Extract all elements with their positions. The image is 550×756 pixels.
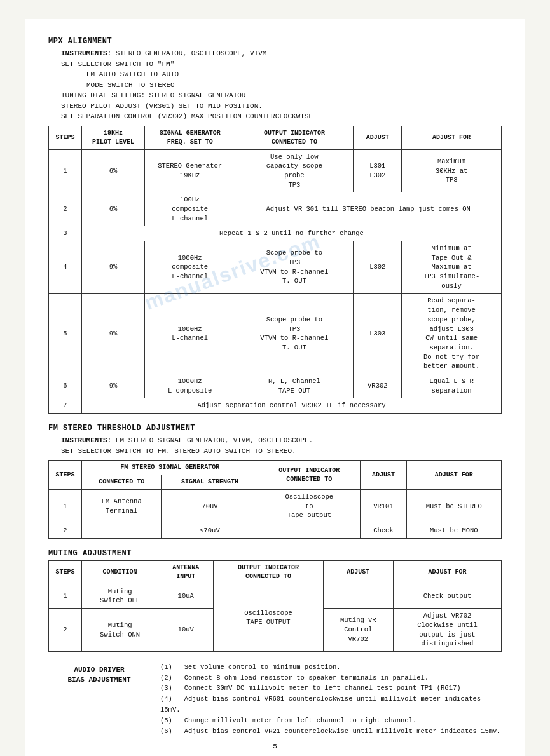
fm-subheader-strength: SIGNAL STRENGTH [162, 475, 258, 490]
muting-header-condition: CONDITION [82, 560, 158, 584]
muting-section: MUTING ADJUSTMENT STEPS CONDITION ANTENN… [48, 549, 502, 652]
audio-driver-label: AUDIO DRIVER BIAS ADJUSTMENT [48, 662, 150, 685]
muting-row1-antenna: 10uA [158, 584, 214, 608]
fm-header-adjust: ADJUST [361, 461, 406, 490]
mpx-title: MPX ALIGNMENT [48, 37, 502, 46]
fm-header-adjustfor: ADJUST FOR [406, 461, 501, 490]
mpx-row5-step: 5 [49, 294, 82, 374]
muting-header-adjustfor: ADJUST FOR [393, 560, 501, 584]
mpx-header-adjust: ADJUST [354, 126, 402, 149]
mpx-row6-adjustfor: Equal L & Rseparation [402, 374, 502, 398]
table-row: 1 FM AntennaTerminal 70uV Oscilloscopeto… [49, 490, 502, 523]
mpx-row6-step: 6 [49, 374, 82, 398]
audio-driver-section: AUDIO DRIVER BIAS ADJUSTMENT (1) Set vol… [48, 662, 502, 737]
table-row: 1 MutingSwitch OFF 10uA OscilloscopeTAPE… [49, 584, 502, 608]
mpx-set-line-6: SET SEPARATION CONTROL (VR302) MAX POSIT… [61, 112, 313, 120]
audio-driver-label-line1: AUDIO DRIVER [74, 666, 124, 673]
muting-row2-step: 2 [49, 609, 82, 652]
mpx-header-pilot: 19KHzPILOT LEVEL [82, 126, 145, 149]
fm-header-output: OUTPUT INDICATORCONNECTED TO [258, 461, 361, 490]
fm-stereo-section: FM STEREO THRESHOLD ADJUSTMENT INSTRUMEN… [48, 424, 502, 539]
table-row: 4 9% 1000HzcompositeL-channel Scope prob… [49, 241, 502, 294]
mpx-row4-pilot: 9% [82, 241, 145, 294]
table-row: 2 <70uV Check Must be MONO [49, 523, 502, 539]
fm-row1-strength: 70uV [162, 490, 258, 523]
mpx-row2-output: Adjust VR 301 till STEREO beacon lamp ju… [235, 192, 502, 226]
page: manualsrive.com MPX ALIGNMENT INSTRUMENT… [25, 19, 525, 756]
mpx-set-line-3: MODE SWITCH TO STEREO [61, 81, 175, 89]
fm-row1-output: OscilloscopetoTape output [258, 490, 361, 523]
table-row: 5 9% 1000HzL-channel Scope probe toTP3VT… [49, 294, 502, 374]
muting-row2-antenna: 10uV [158, 609, 214, 652]
mpx-header-signal: SIGNAL GENERATORFREQ. SET TO [144, 126, 235, 149]
mpx-row3-output: Repeat 1 & 2 until no further change [82, 226, 502, 241]
mpx-row7-step: 7 [49, 398, 82, 414]
fm-row2-adjustfor: Must be MONO [406, 523, 501, 539]
table-row: 3 Repeat 1 & 2 until no further change [49, 226, 502, 241]
mpx-row4-adjust: L302 [354, 241, 402, 294]
table-row: 2 6% 100HzcompositeL-channel Adjust VR 3… [49, 192, 502, 226]
mpx-alignment-section: MPX ALIGNMENT INSTRUMENTS: STEREO GENERA… [48, 37, 502, 414]
table-row: 7 Adjust separation control VR302 IF if … [49, 398, 502, 414]
fm-row2-step: 2 [49, 523, 82, 539]
mpx-set-line-1: SET SELECTOR SWITCH TO "FM" [61, 60, 174, 68]
fm-set-text: SET SELECTOR SWITCH TO FM. STEREO AUTO S… [61, 447, 296, 455]
muting-table: STEPS CONDITION ANTENNAINPUT OUTPUT INDI… [48, 560, 502, 652]
fm-row1-connected: FM AntennaTerminal [82, 490, 162, 523]
mpx-row6-signal: 1000HzL-composite [144, 374, 235, 398]
mpx-row6-output: R, L, ChannelTAPE OUT [235, 374, 354, 398]
fm-row2-strength: <70uV [162, 523, 258, 539]
audio-step-2: (2) Connect 8 ohm load resistor to speak… [160, 673, 502, 684]
audio-driver-steps: (1) Set volume control to minimum positi… [150, 662, 502, 737]
mpx-instruments-text: STEREO GENERATOR, OSCILLOSCOPE, VTVM [116, 50, 267, 57]
page-number: 5 [48, 743, 502, 750]
fm-instruments: INSTRUMENTS: FM STEREO SIGNAL GENERATOR,… [61, 435, 502, 456]
fm-instruments-label: INSTRUMENTS: [61, 436, 111, 444]
mpx-row5-adjust: L303 [354, 294, 402, 374]
muting-header-output: OUTPUT INDICATORCONNECTED TO [214, 560, 323, 584]
mpx-row1-pilot: 6% [82, 149, 145, 192]
mpx-header-adjustfor: ADJUST FOR [402, 126, 502, 149]
fm-instruments-text: FM STEREO SIGNAL GENERATOR, VTVM, OSCILL… [116, 436, 313, 444]
muting-row2-condition: MutingSwitch ONN [82, 609, 158, 652]
mpx-set-line-2: FM AUTO SWITCH TO AUTO [61, 71, 179, 78]
fm-stereo-table: STEPS FM STEREO SIGNAL GENERATOR OUTPUT … [48, 460, 502, 539]
mpx-row1-adjustfor: Maximum30KHz atTP3 [402, 149, 502, 192]
muting-header-adjust: ADJUST [323, 560, 393, 584]
muting-row2-adjust: Muting VRControlVR702 [323, 609, 393, 652]
mpx-instruments: INSTRUMENTS: STEREO GENERATOR, OSCILLOSC… [61, 48, 502, 122]
mpx-row3-step: 3 [49, 226, 82, 241]
mpx-row6-pilot: 9% [82, 374, 145, 398]
fm-row1-adjustfor: Must be STEREO [406, 490, 501, 523]
fm-subheader-connected: CONNECTED TO [82, 475, 162, 490]
fm-header-steps: STEPS [49, 461, 82, 490]
mpx-row4-output: Scope probe toTP3VTVM to R-channelT. OUT [235, 241, 354, 294]
muting-row1-condition: MutingSwitch OFF [82, 584, 158, 608]
fm-row2-output [258, 523, 361, 539]
muting-header-antenna: ANTENNAINPUT [158, 560, 214, 584]
audio-driver-label-line2: BIAS ADJUSTMENT [67, 676, 130, 684]
audio-step-6: (6) Adjust bias control VR21 countercloc… [160, 726, 502, 737]
mpx-table: STEPS 19KHzPILOT LEVEL SIGNAL GENERATORF… [48, 126, 502, 414]
muting-header-steps: STEPS [49, 560, 82, 584]
mpx-row1-signal: STEREO Generator19KHz [144, 149, 235, 192]
mpx-row5-adjustfor: Read separa-tion, removescope probe,adju… [402, 294, 502, 374]
mpx-row4-step: 4 [49, 241, 82, 294]
muting-title: MUTING ADJUSTMENT [48, 549, 502, 558]
mpx-row5-output: Scope probe toTP3VTVM to R-channelT. OUT [235, 294, 354, 374]
fm-row2-adjust: Check [361, 523, 406, 539]
table-row: 1 6% STEREO Generator19KHz Use only lowc… [49, 149, 502, 192]
audio-step-4: (4) Adjust bias control VR601 counterclo… [160, 694, 502, 715]
mpx-header-steps: STEPS [49, 126, 82, 149]
fm-row1-adjust: VR101 [361, 490, 406, 523]
mpx-row4-signal: 1000HzcompositeL-channel [144, 241, 235, 294]
mpx-set-line-4: TUNING DIAL SETTING: STEREO SIGNAL GENER… [61, 91, 245, 99]
fm-row2-connected [82, 523, 162, 539]
fm-header-signal-gen: FM STEREO SIGNAL GENERATOR [82, 461, 258, 475]
mpx-instruments-label: INSTRUMENTS: [61, 50, 111, 57]
mpx-header-output: OUTPUT INDICATORCONNECTED TO [235, 126, 354, 149]
fm-row1-step: 1 [49, 490, 82, 523]
fm-stereo-title: FM STEREO THRESHOLD ADJUSTMENT [48, 424, 502, 433]
audio-step-5: (5) Change millivolt meter from left cha… [160, 715, 502, 726]
audio-step-1: (1) Set volume control to minimum positi… [160, 662, 502, 673]
